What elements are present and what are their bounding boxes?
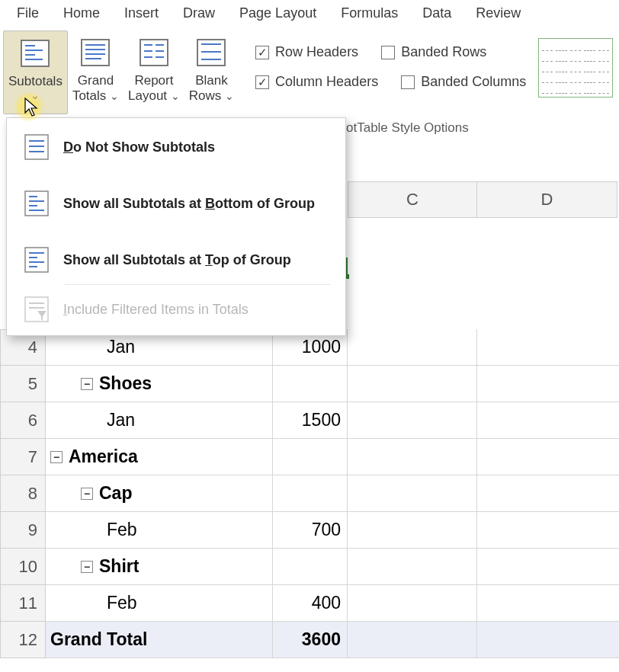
table-row: −Shoes [46, 366, 619, 402]
cell[interactable] [477, 622, 619, 658]
cell-value[interactable]: 1500 [273, 402, 348, 438]
cell-value[interactable] [273, 475, 348, 511]
svg-rect-35 [25, 297, 48, 322]
blank-rows-icon [192, 35, 230, 70]
cell[interactable] [477, 366, 619, 402]
cell[interactable] [348, 475, 477, 511]
checkbox-checked-icon [255, 75, 269, 89]
row-headers-checkbox[interactable]: Row Headers [255, 44, 358, 60]
cell-value[interactable] [273, 549, 348, 584]
banded-rows-checkbox[interactable]: Banded Rows [381, 44, 486, 60]
style-options-group-title: otTable Style Options [346, 120, 469, 136]
row-header[interactable]: 10 [0, 549, 46, 585]
blank-rows-button[interactable]: Blank Rows ⌄ [184, 30, 239, 114]
banded-columns-label: Banded Columns [421, 74, 526, 90]
cell-label[interactable]: −Cap [46, 475, 273, 511]
dd-item-label: Do Not Show Subtotals [63, 139, 215, 155]
cell-label-text: Feb [107, 593, 137, 613]
row-header[interactable]: 7 [0, 439, 46, 475]
cell-value[interactable] [273, 439, 348, 475]
dd-subtotals-top[interactable]: Show all Subtotals at Top of Group [7, 238, 345, 281]
row-header[interactable]: 11 [0, 585, 46, 622]
cell-label-text: Shoes [99, 373, 152, 394]
row-header[interactable]: 8 [0, 475, 46, 512]
menu-formulas[interactable]: Formulas [329, 1, 410, 26]
cell-label-text: Cap [99, 483, 132, 504]
collapse-icon[interactable]: − [50, 451, 63, 463]
grand-totals-button[interactable]: Grand Totals ⌄ [68, 30, 123, 114]
table-row: −America [46, 439, 619, 475]
cell-value[interactable]: 400 [273, 585, 348, 621]
cell[interactable] [348, 439, 477, 475]
cell-label[interactable]: −Shoes [46, 366, 273, 402]
cell[interactable] [348, 622, 477, 658]
cell[interactable] [477, 585, 619, 621]
subtotals-button[interactable]: Subtotals ⌄ [3, 30, 68, 114]
table-row: Feb700 [46, 512, 619, 549]
cell-label-text: Grand Total [50, 629, 147, 650]
collapse-icon[interactable]: − [81, 378, 93, 390]
cell-label[interactable]: −Shirt [46, 549, 273, 584]
divider [65, 284, 330, 285]
menu-review[interactable]: Review [463, 1, 533, 26]
cell[interactable] [348, 585, 477, 621]
menu-data[interactable]: Data [410, 1, 463, 26]
dd-item-label: Show all Subtotals at Bottom of Group [63, 196, 315, 212]
menu-draw[interactable]: Draw [171, 1, 227, 26]
row-header[interactable]: 5 [0, 366, 46, 402]
svg-rect-10 [140, 40, 168, 66]
blank-rows-label1: Blank [195, 73, 228, 88]
cell-label[interactable]: Jan [46, 402, 273, 438]
chevron-down-icon: ⌄ [171, 90, 180, 102]
cell[interactable] [348, 366, 477, 402]
cell[interactable] [348, 512, 477, 548]
blank-rows-label2: Rows [189, 88, 222, 103]
style-options-group: Row Headers Banded Rows Column Headers B… [239, 30, 526, 90]
cell[interactable] [477, 512, 619, 548]
table-row: Jan1500 [46, 402, 619, 439]
report-layout-button[interactable]: Report Layout ⌄ [123, 30, 184, 114]
pivot-style-gallery[interactable] [538, 38, 613, 98]
cell-label-text: Shirt [99, 556, 139, 577]
row-header[interactable]: 12 [0, 622, 46, 658]
collapse-icon[interactable]: − [81, 561, 93, 573]
cell-label[interactable]: −America [46, 439, 273, 475]
cell[interactable] [477, 475, 619, 511]
cell[interactable] [477, 329, 619, 365]
menu-page-layout[interactable]: Page Layout [227, 1, 329, 26]
menu-home[interactable]: Home [51, 1, 112, 26]
col-header-c[interactable]: C [348, 181, 477, 218]
collapse-icon[interactable]: − [81, 488, 93, 500]
table-row: Feb400 [46, 585, 619, 622]
row-header[interactable]: 9 [0, 512, 46, 549]
column-headers: C D [348, 181, 617, 218]
cell-value[interactable]: 700 [273, 512, 348, 548]
subtotal-top-icon [24, 246, 50, 274]
table-row: Grand Total3600 [46, 622, 619, 658]
banded-columns-checkbox[interactable]: Banded Columns [401, 74, 526, 90]
cell[interactable] [348, 329, 477, 365]
cell-value[interactable] [273, 366, 348, 402]
menu-bar: File Home Insert Draw Page Layout Formul… [0, 0, 619, 26]
menu-insert[interactable]: Insert [112, 1, 171, 26]
chevron-down-icon: ⌄ [225, 90, 234, 102]
menu-file[interactable]: File [5, 1, 51, 26]
svg-rect-25 [25, 191, 48, 216]
dd-item-label: Include Filtered Items in Totals [63, 302, 249, 318]
cell-value[interactable]: 3600 [273, 622, 348, 658]
cell-label[interactable]: Grand Total [46, 622, 273, 658]
subtotals-icon [16, 36, 54, 71]
checkbox-checked-icon [255, 46, 269, 59]
column-headers-checkbox[interactable]: Column Headers [255, 74, 378, 90]
cell[interactable] [348, 549, 477, 584]
dd-subtotals-bottom[interactable]: Show all Subtotals at Bottom of Group [7, 182, 345, 225]
dd-do-not-show-subtotals[interactable]: Do Not Show Subtotals [7, 126, 345, 168]
cell-label[interactable]: Feb [46, 585, 273, 621]
cell[interactable] [477, 439, 619, 475]
cell[interactable] [477, 402, 619, 438]
cell[interactable] [348, 402, 477, 438]
col-header-d[interactable]: D [477, 181, 617, 218]
row-header[interactable]: 6 [0, 402, 46, 439]
cell-label[interactable]: Feb [46, 512, 273, 548]
cell[interactable] [477, 549, 619, 584]
